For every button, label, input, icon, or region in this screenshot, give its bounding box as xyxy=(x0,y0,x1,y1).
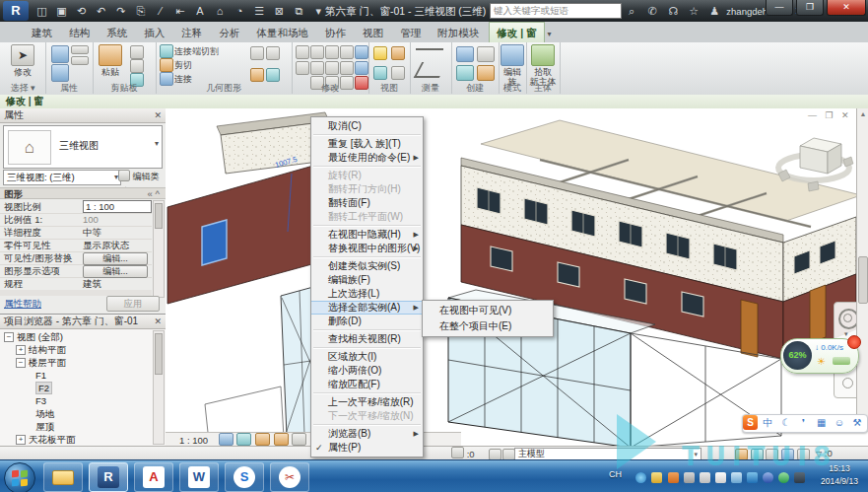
discipline-value[interactable]: 建筑 xyxy=(83,277,148,290)
trim-icon[interactable] xyxy=(340,61,354,75)
menu-item-previous-pan-zoom[interactable]: 上一次平移/缩放(R) xyxy=(311,395,423,409)
ime-softkeyboard-icon[interactable]: ▦ xyxy=(814,415,829,430)
undo-icon[interactable]: ↶ xyxy=(93,3,109,19)
visual-style-icon[interactable] xyxy=(219,433,234,446)
text-icon[interactable]: A xyxy=(192,3,209,19)
demolish-icon[interactable] xyxy=(250,68,264,82)
redo-icon[interactable]: ↷ xyxy=(112,3,129,19)
copy-icon[interactable] xyxy=(310,61,324,75)
apply-button[interactable]: 应用 xyxy=(106,296,160,312)
tree-node-site[interactable]: 场地 xyxy=(2,407,152,420)
view-scale-input[interactable]: 1 : 100 xyxy=(83,200,152,213)
copy-to-clipboard-icon[interactable] xyxy=(130,59,144,73)
language-indicator[interactable]: CH xyxy=(609,469,622,479)
search-icon[interactable]: ⌕ xyxy=(623,3,640,19)
speedup-ball-widget[interactable]: 62% ↓ 0.0K/s ☀ xyxy=(780,338,859,374)
tab-modify-window[interactable]: 修改 | 窗 xyxy=(489,22,544,42)
menu-item-override-graphics[interactable]: 替换视图中的图形(V)▶ xyxy=(311,242,423,255)
switch-windows-icon[interactable]: ⧉ xyxy=(291,3,307,19)
menu-item-hide-in-view[interactable]: 在视图中隐藏(H)▶ xyxy=(311,228,423,242)
create-group-icon[interactable] xyxy=(456,46,474,62)
ime-toolbox-icon[interactable]: ⚒ xyxy=(849,415,864,430)
mirror-icon[interactable] xyxy=(325,45,339,59)
default-3d-view-icon[interactable]: ⌂ xyxy=(212,3,229,19)
taskbar-revit[interactable]: R xyxy=(89,462,128,492)
panel-label-properties[interactable]: 属性 xyxy=(45,83,93,94)
section-icon[interactable]: ◔ xyxy=(232,3,248,19)
close-icon[interactable]: ✕ xyxy=(154,315,162,328)
print-icon[interactable]: ⎘ xyxy=(132,3,149,19)
cut-geometry-button[interactable]: 剪切 xyxy=(174,59,192,72)
menu-item-recent-commands[interactable]: 最近使用的命令(E)▶ xyxy=(311,151,423,165)
favorites-icon[interactable]: ☆ xyxy=(685,3,702,19)
join-end-cut-button[interactable]: 连接端切割 xyxy=(174,45,219,58)
properties-toggle-icon[interactable] xyxy=(71,56,89,65)
properties-header[interactable]: 属性 ✕ xyxy=(0,108,166,123)
sogou-logo-icon[interactable]: S xyxy=(743,415,758,430)
open-icon[interactable]: ◫ xyxy=(33,3,50,19)
menu-item-zoom-out[interactable]: 缩小两倍(O) xyxy=(311,364,423,378)
submenu-item-visible-in-view[interactable]: 在视图中可见(V) xyxy=(423,303,553,318)
tree-node-structural-plans[interactable]: +结构平面 xyxy=(2,343,152,356)
tray-icon-flag[interactable] xyxy=(715,472,726,483)
panel-label-measure[interactable]: 测量 xyxy=(410,83,451,94)
browser-scrollbar[interactable] xyxy=(153,330,165,445)
menu-item-find-referring-views[interactable]: 查找相关视图(R) xyxy=(311,332,423,346)
close-button[interactable]: ✕ xyxy=(827,0,866,16)
offset-icon[interactable] xyxy=(310,45,324,59)
wall-joins-icon[interactable] xyxy=(250,46,264,60)
taskbar-pdf-reader[interactable]: A xyxy=(134,462,173,492)
menu-item-edit-family[interactable]: 编辑族(F) xyxy=(311,273,423,287)
tab-addins[interactable]: 附加模块 xyxy=(431,23,486,42)
close-icon[interactable]: ✕ xyxy=(154,108,162,122)
thin-lines-icon[interactable]: ☰ xyxy=(251,3,268,19)
tray-icon-sync[interactable] xyxy=(747,472,758,483)
panel-label-create[interactable]: 创建 xyxy=(451,83,499,94)
measure-ruler-icon[interactable] xyxy=(416,48,443,50)
edit-type-button[interactable]: 编辑类型 xyxy=(118,170,163,184)
chevron-down-icon[interactable]: ▾ xyxy=(844,330,848,338)
tab-collaborate[interactable]: 协作 xyxy=(318,23,353,42)
sun-path-icon[interactable] xyxy=(236,433,251,446)
close-hidden-windows-icon[interactable]: ⊠ xyxy=(271,3,288,19)
menu-item-properties[interactable]: ✓属性(P) xyxy=(311,441,423,455)
panel-label-clipboard[interactable]: 剪贴板 xyxy=(93,83,156,94)
taskbar-screenshot-tool[interactable]: ✂ xyxy=(270,462,309,492)
ime-fullhalf-icon[interactable]: ☾ xyxy=(778,415,793,430)
hide-elements-icon[interactable] xyxy=(391,46,405,60)
type-selector[interactable]: ⌂ 三维视图 ▾ xyxy=(3,125,163,169)
tray-icon-device[interactable] xyxy=(684,472,695,483)
family-types-icon[interactable] xyxy=(51,64,69,82)
properties-help-link[interactable]: 属性帮助 xyxy=(4,298,41,311)
view-window-controls[interactable]: — ❐ ✕ xyxy=(808,110,852,120)
taskbar-browser[interactable]: S xyxy=(225,462,264,492)
modify-button[interactable]: ➤ 修改 xyxy=(6,43,39,79)
detail-level-value[interactable]: 中等 xyxy=(83,226,148,239)
maximize-button[interactable]: ❐ xyxy=(796,0,824,16)
menu-item-flip-face[interactable]: 翻转面(F) xyxy=(311,196,423,210)
antivirus-icon[interactable] xyxy=(778,472,789,483)
tab-analyze[interactable]: 分析 xyxy=(212,23,246,42)
properties-alt-icon[interactable] xyxy=(71,45,89,54)
menu-item-repeat[interactable]: 重复 [载入 族](T) xyxy=(311,137,423,151)
lightbulb-icon[interactable] xyxy=(373,46,387,60)
tab-insert[interactable]: 插入 xyxy=(137,23,171,42)
tab-systems[interactable]: 系统 xyxy=(100,23,134,42)
save-icon[interactable]: ▣ xyxy=(53,3,70,19)
bluetooth-icon[interactable] xyxy=(763,472,773,483)
panel-label-host[interactable]: 主体 xyxy=(526,83,560,94)
mirror-draw-icon[interactable] xyxy=(340,45,354,59)
chevron-down-icon[interactable]: ▾ xyxy=(155,139,159,148)
override-graphics-icon[interactable] xyxy=(373,66,387,80)
tree-node-f1[interactable]: F1 xyxy=(2,369,152,382)
panel-label-modify[interactable]: 修改 xyxy=(292,83,368,94)
taskbar-word[interactable]: W xyxy=(179,462,219,492)
tree-node-ceiling-plans[interactable]: +天花板平面 xyxy=(2,433,152,446)
panel-label-geometry[interactable]: 几何图形 xyxy=(156,83,292,94)
tray-icon-misc[interactable] xyxy=(794,472,805,483)
network-icon[interactable] xyxy=(731,472,742,483)
crop-view-icon[interactable] xyxy=(292,433,306,446)
tab-massing-site[interactable]: 体量和场地 xyxy=(249,23,315,42)
start-button[interactable] xyxy=(4,462,35,492)
tab-annotate[interactable]: 注释 xyxy=(174,23,209,42)
